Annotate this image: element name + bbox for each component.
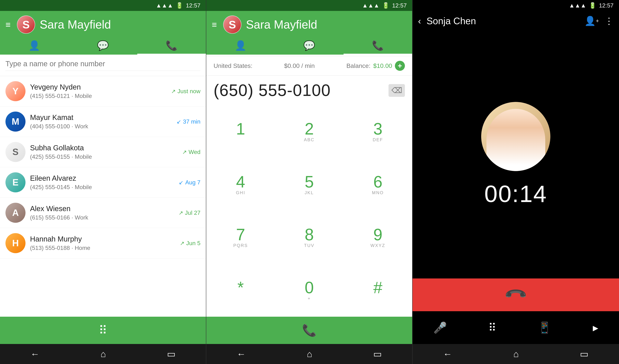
time-display-1: 12:57 xyxy=(186,2,200,9)
recents-button-2[interactable]: ▭ xyxy=(373,349,382,359)
avatar-yevgeny: Y xyxy=(5,81,26,101)
rate-price: $0.00 / min xyxy=(284,62,315,69)
back-button-2[interactable]: ← xyxy=(237,349,246,359)
person-icon-2: 👤 xyxy=(235,40,247,51)
avatar-hannah: H xyxy=(5,233,26,253)
phone-icon-2: 📞 xyxy=(372,40,384,51)
avatar-alex: A xyxy=(5,203,26,223)
key-9[interactable]: 9 WXYZ xyxy=(344,211,412,264)
header-tabs-2: 👤 💬 📞 xyxy=(206,36,412,55)
rate-bar: United States: $0.00 / min Balance: $10.… xyxy=(206,56,412,76)
call-header: ‹ Sonja Chen 👤 + ⋮ xyxy=(413,11,619,31)
header-top-1: ≡ S Sara Mayfield xyxy=(0,11,206,36)
status-bar-3: ▲▲▲ 🔋 12:57 xyxy=(413,0,619,11)
home-button-3[interactable]: ⌂ xyxy=(513,349,519,359)
dialer-panel: ▲▲▲ 🔋 12:57 ≡ S Sara Mayfield 👤 💬 📞 xyxy=(206,0,413,364)
menu-icon-1[interactable]: ≡ xyxy=(5,20,11,30)
dialpad-icon-call: ⠿ xyxy=(488,321,496,334)
key-0[interactable]: 0 + xyxy=(275,264,344,317)
list-item[interactable]: S Subha Gollakota (425) 555-0155 · Mobil… xyxy=(0,137,206,167)
key-star[interactable]: * xyxy=(206,264,275,317)
mute-button[interactable]: 🎤 xyxy=(433,321,447,334)
back-button-1[interactable]: ← xyxy=(30,349,40,359)
sonja-face xyxy=(486,109,545,171)
add-balance-button[interactable]: + xyxy=(395,61,405,71)
speaker-button[interactable]: 📱 xyxy=(538,321,551,334)
header-2: ≡ S Sara Mayfield 👤 💬 📞 xyxy=(206,11,412,55)
more-options-button[interactable]: ⋮ xyxy=(605,16,614,26)
recent-calls-panel: ▲▲▲ 🔋 12:57 ≡ S Sara Mayfield 👤 💬 📞 xyxy=(0,0,206,364)
header-avatar-1[interactable]: S xyxy=(17,15,35,34)
key-hash[interactable]: # xyxy=(344,264,412,317)
active-call-panel: ▲▲▲ 🔋 12:57 ‹ Sonja Chen 👤 + ⋮ 00:14 📞 xyxy=(413,0,619,364)
key-5[interactable]: 5 JKL xyxy=(275,158,344,211)
contact-detail: (425) 555-0155 · Mobile xyxy=(30,154,178,160)
list-item[interactable]: Y Yevgeny Nyden (415) 555-0121 · Mobile … xyxy=(0,76,206,106)
call-info-yevgeny: Yevgeny Nyden (415) 555-0121 · Mobile xyxy=(30,83,167,99)
chevron-right-icon: ▸ xyxy=(593,321,598,334)
key-6[interactable]: 6 MNO xyxy=(344,158,412,211)
search-input-1[interactable] xyxy=(5,60,200,68)
call-info-alex: Alex Wiesen (615) 555-0166 · Work xyxy=(30,205,174,221)
tab-messages-2[interactable]: 💬 xyxy=(275,36,344,55)
list-item[interactable]: E Eileen Alvarez (425) 555-0145 · Mobile… xyxy=(0,167,206,198)
balance-label: Balance: xyxy=(346,62,370,69)
tab-phone-1[interactable]: 📞 xyxy=(137,36,206,55)
end-call-button[interactable]: 📞 xyxy=(413,279,619,311)
back-button-3[interactable]: ‹ xyxy=(418,16,421,26)
bottom-nav-3: ← ⌂ ▭ xyxy=(413,344,619,364)
add-person-button[interactable]: 👤 + xyxy=(584,16,599,26)
header-title-2: Sara Mayfield xyxy=(246,18,407,31)
call-list: Y Yevgeny Nyden (415) 555-0121 · Mobile … xyxy=(0,76,206,317)
contact-name: Eileen Alvarez xyxy=(30,174,174,182)
status-bar-2: ▲▲▲ 🔋 12:57 xyxy=(206,0,412,11)
call-time-hannah: ↗ Jun 5 xyxy=(180,240,200,247)
dialed-number: (650) 555-0100 xyxy=(213,81,389,100)
tab-contacts-2[interactable]: 👤 xyxy=(206,36,275,55)
tab-messages-1[interactable]: 💬 xyxy=(69,36,137,55)
status-icons-2: ▲▲▲ 🔋 12:57 xyxy=(362,2,407,9)
contact-detail: (513) 555-0188 · Home xyxy=(30,245,175,251)
avatar-sara-2: S xyxy=(224,16,241,33)
phone-icon-1: 📞 xyxy=(166,40,178,51)
list-item[interactable]: H Hannah Murphy (513) 555-0188 · Home ↗ … xyxy=(0,228,206,258)
signal-icon: ▲▲▲ xyxy=(156,2,173,9)
contact-name: Mayur Kamat xyxy=(30,113,172,122)
dialpad-button-call[interactable]: ⠿ xyxy=(488,321,496,334)
recents-button-3[interactable]: ▭ xyxy=(580,349,588,359)
contact-name: Alex Wiesen xyxy=(30,205,174,213)
avatar-mayur: M xyxy=(5,112,26,132)
key-7[interactable]: 7 PQRS xyxy=(206,211,275,264)
tab-phone-2[interactable]: 📞 xyxy=(344,36,412,55)
header-avatar-2[interactable]: S xyxy=(223,15,241,34)
tab-contacts-1[interactable]: 👤 xyxy=(0,36,69,55)
header-title-1: Sara Mayfield xyxy=(40,18,200,31)
list-item[interactable]: A Alex Wiesen (615) 555-0166 · Work ↗ Ju… xyxy=(0,198,206,228)
back-button-4[interactable]: ← xyxy=(443,349,452,359)
key-8[interactable]: 8 TUV xyxy=(275,211,344,264)
home-button-1[interactable]: ⌂ xyxy=(100,349,106,359)
call-avatar-section: 00:14 xyxy=(413,31,619,279)
key-4[interactable]: 4 GHI xyxy=(206,158,275,211)
time-display-2: 12:57 xyxy=(392,2,407,9)
contact-detail: (615) 555-0166 · Work xyxy=(30,214,174,221)
call-fab[interactable]: 📞 xyxy=(206,317,412,344)
key-2[interactable]: 2 ABC xyxy=(275,105,344,158)
speaker-icon: 📱 xyxy=(538,321,551,334)
recents-button-1[interactable]: ▭ xyxy=(167,349,175,359)
call-time-eileen: ↙ Aug 7 xyxy=(179,179,200,186)
list-item[interactable]: M Mayur Kamat (404) 555-0100 · Work ↙ 37… xyxy=(0,106,206,137)
backspace-button[interactable]: ⌫ xyxy=(389,84,405,97)
call-header-actions: 👤 + ⋮ xyxy=(584,16,614,26)
home-button-2[interactable]: ⌂ xyxy=(307,349,312,359)
signal-icon-2: ▲▲▲ xyxy=(362,2,380,9)
bottom-nav-2: ← ⌂ ▭ xyxy=(206,344,412,364)
call-avatar-sonja xyxy=(481,102,550,171)
outgoing-arrow-icon: ↗ xyxy=(171,88,176,95)
key-3[interactable]: 3 DEF xyxy=(344,105,412,158)
key-1[interactable]: 1 xyxy=(206,105,275,158)
call-info-subha: Subha Gollakota (425) 555-0155 · Mobile xyxy=(30,144,178,160)
overflow-button-call[interactable]: ▸ xyxy=(593,321,598,334)
dialpad-fab-1[interactable]: ⠿ xyxy=(0,317,206,344)
menu-icon-2[interactable]: ≡ xyxy=(212,20,217,30)
